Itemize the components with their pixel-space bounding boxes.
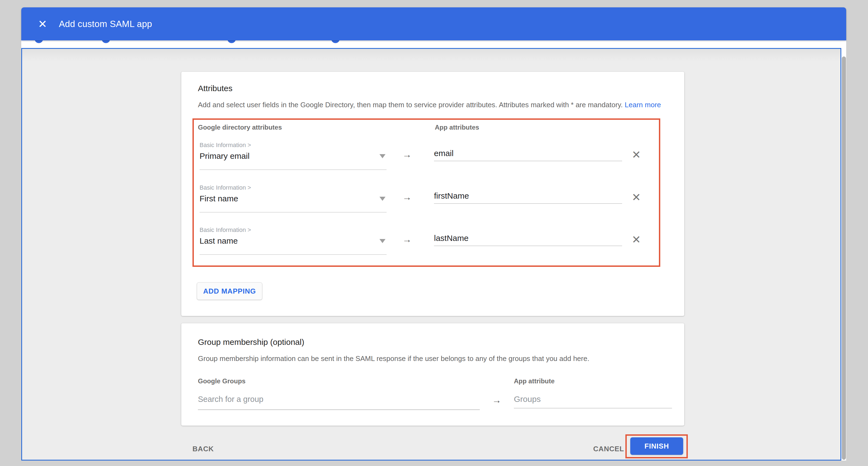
directory-attributes-column-header: Google directory attributes	[198, 124, 282, 131]
attributes-card-title: Attributes	[198, 84, 232, 93]
group-card-description: Group membership information can be sent…	[198, 354, 589, 363]
mapping-row: Basic Information > Last name → ✕	[192, 227, 660, 265]
remove-mapping-icon[interactable]: ✕	[628, 147, 645, 162]
mapping-category-label: Basic Information >	[199, 142, 251, 149]
mapping-category-label: Basic Information >	[199, 227, 251, 234]
app-attribute-input[interactable]	[434, 190, 622, 204]
back-button[interactable]: BACK	[192, 445, 214, 453]
maps-to-arrow-icon: →	[402, 192, 412, 202]
mapping-row: Basic Information > First name → ✕	[192, 184, 660, 222]
modal-title: Add custom SAML app	[59, 19, 152, 29]
modal-header: ✕ Add custom SAML app	[21, 7, 846, 40]
learn-more-link[interactable]: Learn more	[625, 101, 661, 109]
dropdown-arrow-icon	[379, 197, 385, 201]
directory-attribute-select[interactable]: Last name	[199, 235, 386, 255]
group-search-input[interactable]	[198, 392, 480, 410]
add-mapping-button[interactable]: ADD MAPPING	[197, 282, 262, 300]
group-membership-card: Group membership (optional) Group member…	[181, 323, 684, 426]
maps-to-arrow-icon: →	[492, 395, 501, 405]
directory-attribute-select[interactable]: Primary email	[199, 150, 386, 170]
attributes-description-text: Add and select user fields in the Google…	[198, 101, 623, 109]
directory-attribute-value: Last name	[199, 236, 238, 245]
directory-attribute-select[interactable]: First name	[199, 192, 386, 212]
attributes-card: Attributes Add and select user fields in…	[181, 72, 684, 316]
app-attribute-input[interactable]	[434, 232, 622, 246]
groups-attribute-input[interactable]	[514, 392, 672, 408]
mapping-category-label: Basic Information >	[199, 184, 251, 191]
attributes-card-description: Add and select user fields in the Google…	[198, 101, 661, 109]
dropdown-arrow-icon	[379, 154, 385, 158]
directory-attribute-value: Primary email	[199, 151, 249, 161]
close-icon[interactable]: ✕	[26, 19, 59, 29]
app-attributes-column-header: App attributes	[435, 124, 479, 131]
directory-attribute-value: First name	[199, 194, 238, 203]
scrollbar-thumb[interactable]	[842, 56, 846, 460]
app-attribute-input[interactable]	[434, 148, 622, 161]
remove-mapping-icon[interactable]: ✕	[628, 232, 645, 247]
maps-to-arrow-icon: →	[402, 234, 412, 245]
mapping-row: Basic Information > Primary email → ✕	[192, 142, 660, 180]
finish-button[interactable]: FINISH	[630, 437, 683, 455]
group-card-title: Group membership (optional)	[198, 338, 304, 347]
group-app-attribute-label: App attribute	[514, 377, 555, 385]
dropdown-arrow-icon	[379, 239, 385, 243]
google-groups-label: Google Groups	[198, 377, 246, 385]
remove-mapping-icon[interactable]: ✕	[628, 190, 645, 205]
maps-to-arrow-icon: →	[402, 149, 412, 160]
cancel-button[interactable]: CANCEL	[593, 445, 624, 453]
